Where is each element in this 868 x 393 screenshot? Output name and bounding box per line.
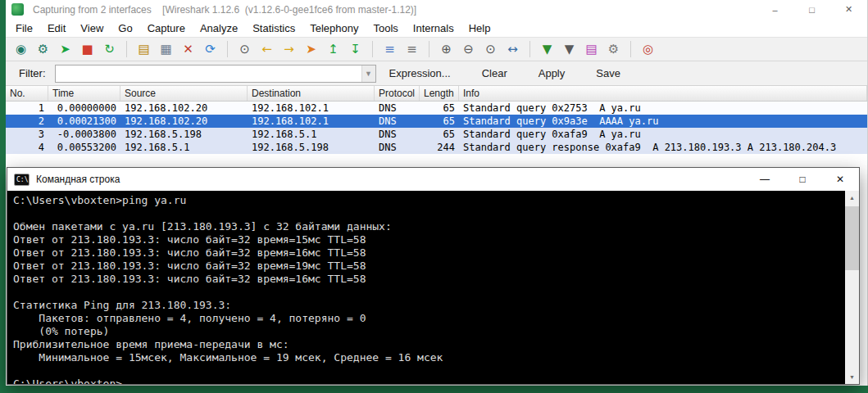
save-file-icon[interactable]: ▦ xyxy=(156,39,176,59)
console-line: Минимальное = 15мсек, Максимальное = 19 … xyxy=(13,351,845,364)
clear-button[interactable]: Clear xyxy=(479,66,511,81)
console-line: Ответ от 213.180.193.3: число байт=32 вр… xyxy=(13,273,845,286)
stop-capture-icon[interactable]: ■ xyxy=(77,39,98,59)
cmd-window-controls: — □ ✕ xyxy=(746,168,859,191)
wireshark-minimize-button[interactable]: – xyxy=(757,0,793,19)
expression-button[interactable]: Expression... xyxy=(386,66,454,81)
cmd-window-title: Командная строка xyxy=(36,174,120,185)
capture-options-icon[interactable]: ⚙ xyxy=(33,39,53,59)
reload-icon[interactable]: ⟳ xyxy=(200,39,220,59)
colorize-packets-icon[interactable]: ≡ xyxy=(379,39,400,59)
console-line xyxy=(13,364,845,377)
filter-bar: Filter: ▼ Expression...ClearApplySave xyxy=(6,61,867,86)
column-header-source[interactable]: Source xyxy=(120,86,248,101)
wireshark-menubar: FileEditViewGoCaptureAnalyzeStatisticsTe… xyxy=(6,19,867,37)
display-filters-icon[interactable]: ▼ xyxy=(559,39,579,59)
menu-view[interactable]: View xyxy=(73,20,111,36)
cmd-maximize-button[interactable]: □ xyxy=(784,168,821,191)
cell-source: 192.168.102.20 xyxy=(120,115,248,128)
filter-dropdown-icon[interactable]: ▼ xyxy=(361,66,375,82)
cell-destination: 192.168.5.1 xyxy=(248,128,375,141)
menu-edit[interactable]: Edit xyxy=(40,20,73,36)
go-to-top-icon[interactable]: ↥ xyxy=(323,39,343,59)
cell-length: 65 xyxy=(420,115,459,128)
cell-info: Standard query 0xafa9 A ya.ru xyxy=(459,128,867,141)
close-file-icon[interactable]: ✕ xyxy=(178,39,198,59)
cell-length: 65 xyxy=(420,102,459,115)
column-header-length[interactable]: Length xyxy=(420,86,459,101)
scroll-up-icon[interactable]: ▲ xyxy=(845,191,859,205)
menu-tools[interactable]: Tools xyxy=(366,20,405,36)
preferences-icon[interactable]: ⚙ xyxy=(603,39,624,59)
packet-row[interactable]: 3-0.0003800192.168.5.198192.168.5.1DNS65… xyxy=(6,128,867,141)
packet-row[interactable]: 10.00000000192.168.102.20192.168.102.1DN… xyxy=(6,102,867,115)
zoom-in-icon[interactable]: ⊕ xyxy=(436,39,457,59)
cell-length: 244 xyxy=(420,141,459,154)
list-interfaces-icon[interactable]: ◉ xyxy=(11,39,31,59)
packet-columns: No.TimeSourceDestinationProtocolLengthIn… xyxy=(6,86,867,102)
menu-file[interactable]: File xyxy=(8,20,40,36)
zoom-out-icon[interactable]: ⊖ xyxy=(458,39,479,59)
cell-info: Standard query 0x9a3e AAAA ya.ru xyxy=(459,115,867,128)
zoom-100-icon[interactable]: ⊙ xyxy=(480,39,501,59)
cell-no: 2 xyxy=(6,115,48,128)
cmd-minimize-button[interactable]: — xyxy=(746,168,784,191)
toolbar-separator xyxy=(126,41,127,57)
coloring-rules-icon[interactable]: ▤ xyxy=(581,39,602,59)
cell-protocol: DNS xyxy=(375,128,420,141)
console-line: C:\Users\vboxten>ping ya.ru xyxy=(13,194,845,207)
cmd-scrollbar[interactable]: ▲ ▼ xyxy=(845,191,859,384)
packet-list: 10.00000000192.168.102.20192.168.102.1DN… xyxy=(6,102,867,154)
console-line xyxy=(13,286,845,299)
console-line: Приблизительное время приема-передачи в … xyxy=(13,338,845,351)
save-button[interactable]: Save xyxy=(593,66,624,81)
menu-analyze[interactable]: Analyze xyxy=(193,20,245,36)
resize-columns-icon[interactable]: ↔ xyxy=(502,39,523,59)
filter-combo: ▼ xyxy=(55,65,376,83)
go-forward-icon[interactable]: → xyxy=(279,39,299,59)
go-back-icon[interactable]: ← xyxy=(257,39,277,59)
restart-capture-icon[interactable]: ↻ xyxy=(99,39,120,59)
packet-row[interactable]: 40.00553200192.168.5.1192.168.5.198DNS24… xyxy=(6,141,867,154)
menu-internals[interactable]: Internals xyxy=(406,20,461,36)
console-line: Ответ от 213.180.193.3: число байт=32 вр… xyxy=(13,246,845,260)
scroll-down-icon[interactable]: ▼ xyxy=(845,370,859,384)
cmd-close-button[interactable]: ✕ xyxy=(821,168,859,191)
desktop: Capturing from 2 interfaces [Wireshark 1… xyxy=(0,0,868,393)
menu-help[interactable]: Help xyxy=(461,20,498,36)
apply-button[interactable]: Apply xyxy=(535,66,569,81)
scrollbar-thumb[interactable] xyxy=(845,206,859,270)
toolbar-separator xyxy=(372,41,373,57)
packet-row[interactable]: 20.00021300192.168.102.20192.168.102.1DN… xyxy=(6,115,867,128)
cell-info: Standard query 0x2753 A ya.ru xyxy=(459,102,867,115)
open-file-icon[interactable]: ▤ xyxy=(134,39,154,59)
toolbar-separator xyxy=(227,41,228,57)
scrollbar-track[interactable] xyxy=(845,205,859,370)
wireshark-toolbar: ◉⚙➤■↻▤▦✕⟳⊙←→➤↥↧≡≡⊕⊖⊙↔▼▼▤⚙◎ xyxy=(6,37,867,61)
go-to-packet-icon[interactable]: ➤ xyxy=(301,39,321,59)
wireshark-maximize-button[interactable]: □ xyxy=(793,0,830,19)
capture-filters-icon[interactable]: ▼ xyxy=(537,39,557,59)
cmd-window: C:\ Командная строка — □ ✕ C:\Users\vbox… xyxy=(7,167,860,385)
column-header-time[interactable]: Time xyxy=(48,86,120,101)
autoscroll-icon[interactable]: ≡ xyxy=(402,39,422,59)
help-icon[interactable]: ◎ xyxy=(638,39,658,59)
column-header-no[interactable]: No. xyxy=(6,86,48,101)
menu-telephony[interactable]: Telephony xyxy=(302,20,366,36)
menu-capture[interactable]: Capture xyxy=(140,20,193,36)
filter-label: Filter: xyxy=(19,67,46,79)
filter-input[interactable] xyxy=(56,66,361,82)
column-header-protocol[interactable]: Protocol xyxy=(375,86,420,101)
start-capture-icon[interactable]: ➤ xyxy=(55,39,75,59)
cmd-console[interactable]: C:\Users\vboxten>ping ya.ru Обмен пакета… xyxy=(7,191,859,384)
wireshark-window-title: Capturing from 2 interfaces [Wireshark 1… xyxy=(33,4,416,16)
console-line: Статистика Ping для 213.180.193.3: xyxy=(13,299,845,312)
go-to-bottom-icon[interactable]: ↧ xyxy=(345,39,366,59)
column-header-info[interactable]: Info xyxy=(459,86,867,101)
column-header-destination[interactable]: Destination xyxy=(248,86,375,101)
filter-buttons: Expression...ClearApplySave xyxy=(386,66,648,81)
menu-statistics[interactable]: Statistics xyxy=(245,20,302,36)
find-packet-icon[interactable]: ⊙ xyxy=(234,39,255,59)
menu-go[interactable]: Go xyxy=(111,20,139,36)
wireshark-close-button[interactable]: ✕ xyxy=(830,0,867,19)
